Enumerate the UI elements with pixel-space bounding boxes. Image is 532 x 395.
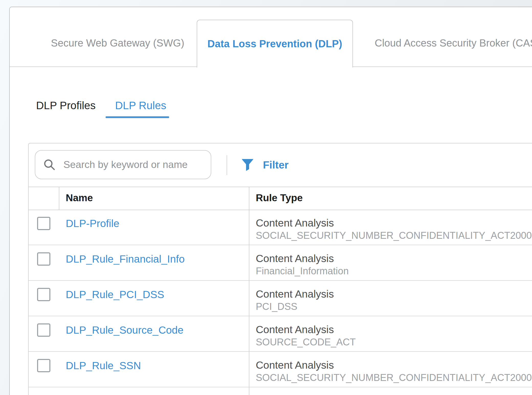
rule-detail-text: SOCIAL_SECURITY_NUMBER_CONFIDENTIALITY_A… <box>256 372 532 383</box>
table-row: DLP_Rule_Financial_Info Content Analysis… <box>0 245 532 281</box>
row-checkbox[interactable] <box>37 288 50 301</box>
tab-data-loss-prevention-label: Data Loss Prevention (DLP) <box>207 38 342 50</box>
rule-name-link[interactable]: DLP_Rule_PCI_DSS <box>66 289 164 300</box>
row-checkbox[interactable] <box>37 359 50 372</box>
row-separator <box>29 387 532 387</box>
table-row: DLP_Rule_Source_Code Content Analysis SO… <box>0 316 532 352</box>
rule-name-link[interactable]: DLP-Profile <box>66 218 119 229</box>
rule-type-text: Content Analysis <box>256 253 334 264</box>
table-row: DLP_Rule_PCI_DSS Content Analysis PCI_DS… <box>0 281 532 316</box>
row-checkbox[interactable] <box>37 217 50 230</box>
rule-name-link[interactable]: DLP_Rule_Source_Code <box>66 324 183 336</box>
rule-detail-text: SOURCE_CODE_ACT <box>256 337 356 347</box>
rule-detail-text: PCI_DSS <box>256 301 297 312</box>
rule-type-text: Content Analysis <box>256 324 334 335</box>
tab-data-loss-prevention[interactable]: Data Loss Prevention (DLP) <box>197 20 353 67</box>
dlp-management-page: Secure Web Gateway (SWG) Data Loss Preve… <box>0 0 532 395</box>
tab-secure-web-gateway[interactable]: Secure Web Gateway (SWG) <box>51 37 184 49</box>
rule-type-text: Content Analysis <box>256 359 334 371</box>
rule-name-link[interactable]: DLP_Rule_SSN <box>66 360 141 371</box>
rule-type-text: Content Analysis <box>256 217 334 229</box>
rule-detail-text: Financial_Information <box>256 266 349 276</box>
table-row: DLP_Rule_SSN Content Analysis SOCIAL_SEC… <box>0 352 532 387</box>
rule-type-text: Content Analysis <box>256 288 334 300</box>
table-row: DLP-Profile Content Analysis SOCIAL_SECU… <box>0 210 532 245</box>
rule-detail-text: SOCIAL_SECURITY_NUMBER_CONFIDENTIALITY_A… <box>256 230 532 241</box>
tab-cloud-access-security-broker[interactable]: Cloud Access Security Broker (CASB) <box>375 37 532 49</box>
rule-name-link[interactable]: DLP_Rule_Financial_Info <box>66 253 185 265</box>
row-checkbox[interactable] <box>37 252 50 266</box>
row-checkbox[interactable] <box>37 323 50 337</box>
